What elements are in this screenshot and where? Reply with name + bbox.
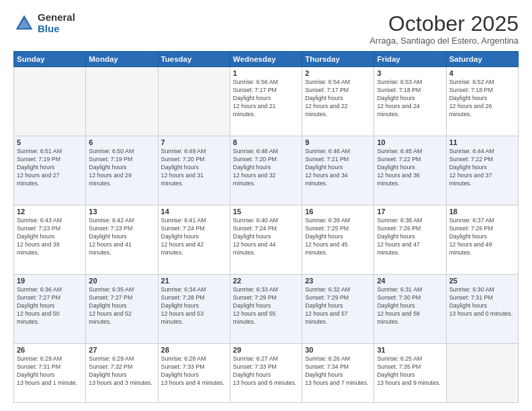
day-number: 20 bbox=[89, 277, 154, 285]
calendar-cell: 23Sunrise: 6:32 AMSunset: 7:29 PMDayligh… bbox=[302, 275, 374, 344]
day-number: 10 bbox=[377, 138, 443, 146]
day-number: 31 bbox=[377, 346, 443, 354]
day-info: Sunrise: 6:43 AMSunset: 7:23 PMDaylight … bbox=[17, 217, 83, 257]
day-info: Sunrise: 6:27 AMSunset: 7:33 PMDaylight … bbox=[233, 355, 299, 387]
calendar-cell: 29Sunrise: 6:27 AMSunset: 7:33 PMDayligh… bbox=[230, 344, 302, 403]
calendar-cell: 17Sunrise: 6:38 AMSunset: 7:26 PMDayligh… bbox=[374, 205, 446, 275]
day-info: Sunrise: 6:48 AMSunset: 7:20 PMDaylight … bbox=[233, 148, 299, 187]
day-info: Sunrise: 6:52 AMSunset: 7:18 PMDaylight … bbox=[449, 79, 515, 118]
day-info: Sunrise: 6:53 AMSunset: 7:18 PMDaylight … bbox=[377, 79, 443, 118]
day-number: 1 bbox=[233, 69, 299, 77]
calendar-week-row: 19Sunrise: 6:36 AMSunset: 7:27 PMDayligh… bbox=[14, 275, 519, 344]
day-info: Sunrise: 6:26 AMSunset: 7:34 PMDaylight … bbox=[305, 355, 371, 387]
day-info: Sunrise: 6:28 AMSunset: 7:33 PMDaylight … bbox=[161, 355, 227, 387]
calendar-cell: 10Sunrise: 6:45 AMSunset: 7:22 PMDayligh… bbox=[374, 136, 446, 205]
day-info: Sunrise: 6:29 AMSunset: 7:32 PMDaylight … bbox=[89, 355, 154, 387]
day-info: Sunrise: 6:41 AMSunset: 7:24 PMDaylight … bbox=[161, 217, 227, 257]
calendar-table: SundayMondayTuesdayWednesdayThursdayFrid… bbox=[13, 51, 519, 403]
day-info: Sunrise: 6:49 AMSunset: 7:20 PMDaylight … bbox=[161, 148, 227, 187]
day-info: Sunrise: 6:50 AMSunset: 7:19 PMDaylight … bbox=[89, 148, 154, 187]
calendar-cell: 14Sunrise: 6:41 AMSunset: 7:24 PMDayligh… bbox=[158, 205, 230, 275]
day-number: 23 bbox=[305, 277, 371, 285]
calendar-cell: 9Sunrise: 6:46 AMSunset: 7:21 PMDaylight… bbox=[302, 136, 374, 205]
day-info: Sunrise: 6:44 AMSunset: 7:22 PMDaylight … bbox=[449, 148, 515, 187]
logo-blue: Blue bbox=[38, 24, 75, 35]
calendar-week-row: 5Sunrise: 6:51 AMSunset: 7:19 PMDaylight… bbox=[14, 136, 519, 205]
day-number: 30 bbox=[305, 346, 371, 354]
calendar-cell: 8Sunrise: 6:48 AMSunset: 7:20 PMDaylight… bbox=[230, 136, 302, 205]
day-info: Sunrise: 6:56 AMSunset: 7:17 PMDaylight … bbox=[233, 79, 299, 118]
day-number: 26 bbox=[17, 346, 83, 354]
calendar-cell bbox=[86, 67, 158, 136]
day-info: Sunrise: 6:45 AMSunset: 7:22 PMDaylight … bbox=[377, 148, 443, 187]
day-number: 9 bbox=[305, 138, 371, 146]
calendar-cell: 16Sunrise: 6:39 AMSunset: 7:25 PMDayligh… bbox=[302, 205, 374, 275]
day-info: Sunrise: 6:42 AMSunset: 7:23 PMDaylight … bbox=[89, 217, 154, 257]
day-info: Sunrise: 6:51 AMSunset: 7:19 PMDaylight … bbox=[17, 148, 83, 187]
calendar-header-saturday: Saturday bbox=[446, 52, 518, 67]
day-info: Sunrise: 6:35 AMSunset: 7:27 PMDaylight … bbox=[89, 286, 154, 326]
calendar-header-thursday: Thursday bbox=[302, 52, 374, 67]
day-number: 13 bbox=[89, 208, 154, 216]
day-number: 28 bbox=[161, 346, 227, 354]
day-number: 29 bbox=[233, 346, 299, 354]
day-info: Sunrise: 6:34 AMSunset: 7:28 PMDaylight … bbox=[161, 286, 227, 326]
calendar-cell: 25Sunrise: 6:30 AMSunset: 7:31 PMDayligh… bbox=[446, 275, 518, 344]
day-info: Sunrise: 6:40 AMSunset: 7:24 PMDaylight … bbox=[233, 217, 299, 257]
calendar-cell: 31Sunrise: 6:25 AMSunset: 7:35 PMDayligh… bbox=[374, 344, 446, 403]
day-info: Sunrise: 6:54 AMSunset: 7:17 PMDaylight … bbox=[305, 79, 371, 118]
day-number: 25 bbox=[449, 277, 515, 285]
calendar-cell bbox=[446, 344, 518, 403]
calendar-cell: 24Sunrise: 6:31 AMSunset: 7:30 PMDayligh… bbox=[374, 275, 446, 344]
logo: General Blue bbox=[13, 12, 75, 34]
day-info: Sunrise: 6:37 AMSunset: 7:26 PMDaylight … bbox=[449, 217, 515, 257]
day-info: Sunrise: 6:33 AMSunset: 7:29 PMDaylight … bbox=[233, 286, 299, 326]
calendar-cell: 19Sunrise: 6:36 AMSunset: 7:27 PMDayligh… bbox=[14, 275, 86, 344]
calendar-header-monday: Monday bbox=[86, 52, 158, 67]
calendar-cell: 21Sunrise: 6:34 AMSunset: 7:28 PMDayligh… bbox=[158, 275, 230, 344]
day-number: 24 bbox=[377, 277, 443, 285]
day-number: 8 bbox=[233, 138, 299, 146]
day-info: Sunrise: 6:36 AMSunset: 7:27 PMDaylight … bbox=[17, 286, 83, 326]
day-info: Sunrise: 6:29 AMSunset: 7:31 PMDaylight … bbox=[17, 355, 83, 387]
logo-text: General Blue bbox=[38, 12, 75, 34]
calendar-week-row: 26Sunrise: 6:29 AMSunset: 7:31 PMDayligh… bbox=[14, 344, 519, 403]
calendar-cell: 3Sunrise: 6:53 AMSunset: 7:18 PMDaylight… bbox=[374, 67, 446, 136]
page: General Blue October 2025 Arraga, Santia… bbox=[0, 0, 532, 411]
calendar-cell: 12Sunrise: 6:43 AMSunset: 7:23 PMDayligh… bbox=[14, 205, 86, 275]
day-info: Sunrise: 6:30 AMSunset: 7:31 PMDaylight … bbox=[449, 286, 515, 318]
logo-icon bbox=[13, 13, 35, 34]
day-number: 17 bbox=[377, 208, 443, 216]
day-number: 18 bbox=[449, 208, 515, 216]
day-number: 15 bbox=[233, 208, 299, 216]
logo-general: General bbox=[38, 12, 75, 24]
day-info: Sunrise: 6:32 AMSunset: 7:29 PMDaylight … bbox=[305, 286, 371, 326]
day-number: 11 bbox=[449, 138, 515, 146]
header: General Blue October 2025 Arraga, Santia… bbox=[13, 12, 519, 46]
calendar-cell: 6Sunrise: 6:50 AMSunset: 7:19 PMDaylight… bbox=[86, 136, 158, 205]
calendar-header-tuesday: Tuesday bbox=[158, 52, 230, 67]
day-number: 19 bbox=[17, 277, 83, 285]
calendar-cell: 28Sunrise: 6:28 AMSunset: 7:33 PMDayligh… bbox=[158, 344, 230, 403]
day-number: 27 bbox=[89, 346, 154, 354]
calendar-cell: 11Sunrise: 6:44 AMSunset: 7:22 PMDayligh… bbox=[446, 136, 518, 205]
calendar-cell: 26Sunrise: 6:29 AMSunset: 7:31 PMDayligh… bbox=[14, 344, 86, 403]
calendar-cell: 4Sunrise: 6:52 AMSunset: 7:18 PMDaylight… bbox=[446, 67, 518, 136]
day-info: Sunrise: 6:46 AMSunset: 7:21 PMDaylight … bbox=[305, 148, 371, 187]
day-number: 14 bbox=[161, 208, 227, 216]
calendar-cell: 2Sunrise: 6:54 AMSunset: 7:17 PMDaylight… bbox=[302, 67, 374, 136]
calendar-cell: 20Sunrise: 6:35 AMSunset: 7:27 PMDayligh… bbox=[86, 275, 158, 344]
calendar-cell bbox=[158, 67, 230, 136]
calendar-header-row: SundayMondayTuesdayWednesdayThursdayFrid… bbox=[14, 52, 519, 67]
calendar-week-row: 12Sunrise: 6:43 AMSunset: 7:23 PMDayligh… bbox=[14, 205, 519, 275]
calendar-week-row: 1Sunrise: 6:56 AMSunset: 7:17 PMDaylight… bbox=[14, 67, 519, 136]
calendar-cell: 27Sunrise: 6:29 AMSunset: 7:32 PMDayligh… bbox=[86, 344, 158, 403]
calendar-header-sunday: Sunday bbox=[14, 52, 86, 67]
day-number: 4 bbox=[449, 69, 515, 77]
day-info: Sunrise: 6:38 AMSunset: 7:26 PMDaylight … bbox=[377, 217, 443, 257]
day-number: 16 bbox=[305, 208, 371, 216]
calendar-cell: 13Sunrise: 6:42 AMSunset: 7:23 PMDayligh… bbox=[86, 205, 158, 275]
day-number: 5 bbox=[17, 138, 83, 146]
day-number: 6 bbox=[89, 138, 154, 146]
calendar-cell: 22Sunrise: 6:33 AMSunset: 7:29 PMDayligh… bbox=[230, 275, 302, 344]
